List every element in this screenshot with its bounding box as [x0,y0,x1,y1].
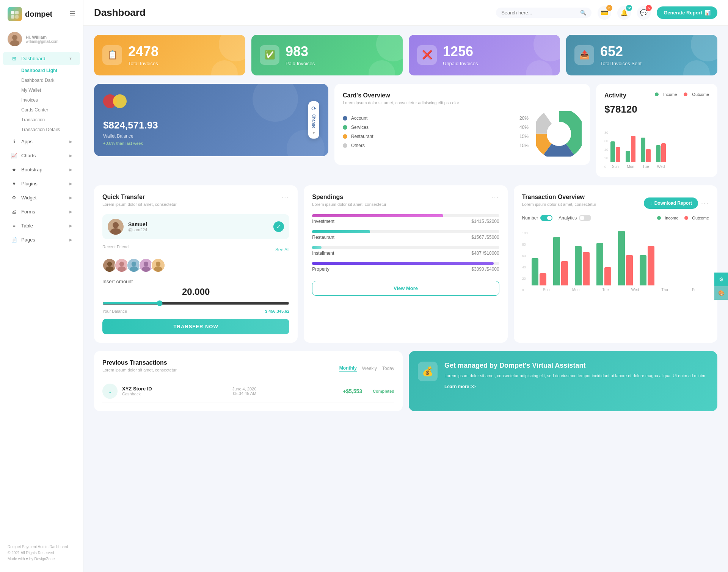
spendings-subtitle: Lorem ipsum dolor sit amet, consectetur [312,202,386,207]
nav-item-bootstrap[interactable]: ★ Bootstrap ▶ [3,163,80,176]
big-bar-wed-income [596,243,603,285]
pages-icon: 📄 [11,237,17,243]
txn-name: XYZ Store ID [122,386,152,392]
va-learn-more-link[interactable]: Learn more >> [444,384,476,389]
quick-transfer-card: Quick Transfer Lorem ipsum dolor sit ame… [94,185,298,343]
sidebar-footer: Dompet Payment Admin Dashboard © 2021 Al… [0,540,83,566]
svg-point-29 [154,266,162,271]
activity-amount: $78120 [604,103,709,115]
nav-item-charts[interactable]: 📈 Charts ▶ [3,149,80,162]
amount-slider[interactable] [102,300,289,306]
spending-property: Property $3890 /$4000 [312,262,499,272]
download-report-button[interactable]: ↓ Download Report [644,197,698,209]
nav-label-forms: Forms [21,209,35,215]
change-card-button[interactable]: ⟳ Change ▼ [308,101,319,139]
nav-item-pages[interactable]: 📄 Pages ▶ [3,233,80,246]
generate-report-button[interactable]: Generate Report 📊 [657,6,717,19]
quick-transfer-title: Quick Transfer [102,194,177,201]
star-icon: ★ [11,167,17,172]
chat-icon-btn[interactable]: 💬 5 [637,6,651,20]
tab-weekly[interactable]: Weekly [362,366,377,372]
nav-item-forms[interactable]: 🖨 Forms ▶ [3,205,80,218]
search-input[interactable] [501,10,577,16]
submenu-transaction[interactable]: Transaction [14,115,83,125]
svg-point-11 [547,122,571,146]
restaurant-amounts: $1567 /$5000 [471,235,499,240]
svg-point-20 [118,266,126,271]
nav-label-charts: Charts [21,153,36,158]
view-more-button[interactable]: View More [312,281,499,296]
svg-point-23 [130,266,138,271]
featured-contact: Samuel @sam224 ✓ [102,214,289,239]
nav-item-dashboard[interactable]: ⊞ Dashboard ▼ [3,52,80,65]
nav-label-apps: Apps [21,139,33,144]
submenu-cards-center[interactable]: Cards Center [14,105,83,115]
big-bar-sun-outcome [540,273,546,285]
bar-label-wed: Wed [656,165,666,169]
restaurant-label: Restaurant [312,235,334,240]
search-icon[interactable]: 🔍 [580,10,586,16]
submenu-transaction-details[interactable]: Transaction Details [14,125,83,135]
txn-date: June 4, 2020 [232,387,257,391]
bar-label-tue: Tue [641,165,651,169]
quick-transfer-menu-btn[interactable]: ··· [281,194,289,202]
svg-point-17 [105,266,113,271]
tab-monthly[interactable]: Monthly [339,365,357,372]
unpaid-icon: ❌ [417,45,437,65]
submenu-dashboard-light[interactable]: Dashboard Light [14,66,83,75]
svg-point-25 [144,262,149,266]
chevron-right-icon8: ▶ [69,238,72,242]
svg-point-16 [107,262,112,266]
nav-item-plugins[interactable]: ♥ Plugins ▶ [3,177,80,190]
bar-wed-outcome [661,143,666,162]
chat-badge: 5 [646,5,652,11]
outcome-legend-label: Outcome [692,92,709,97]
bar-tue-outcome [646,149,651,162]
analytics-toggle[interactable] [579,215,591,221]
prev-txn-subtitle: Lorem ipsum dolor sit amet, consectetur [102,368,177,372]
nav-item-apps[interactable]: ℹ Apps ▶ [3,135,80,148]
notification-icon-btn[interactable]: 🔔 12 [617,6,631,20]
balance-label: Your Balance [102,309,127,313]
tab-today[interactable]: Today [382,366,394,372]
contact-name: Samuel [128,221,147,227]
table-icon: ≡ [11,223,17,229]
big-bar-mon-income [553,237,560,285]
chevron-right-icon7: ▶ [69,224,72,228]
property-amounts: $3890 /$4000 [471,266,499,272]
svg-point-6 [10,40,19,46]
stat-card-unpaid-invoices: ❌ 1256 Unpaid Invoices [409,35,560,75]
overview-item-others: Others [351,143,516,148]
va-title: Get managed by Dompet's Virtual Assistan… [444,362,705,370]
paid-icon: ✅ [260,45,279,65]
transfer-now-button[interactable]: TRANSFER NOW [102,319,289,334]
friend-avatar-5[interactable] [151,258,165,273]
settings-float-btn[interactable]: ⚙ [714,273,728,286]
insert-amount-label: Insert Amount [102,279,289,284]
svg-rect-2 [11,15,14,19]
txn-cashback-icon: ↓ [102,384,118,399]
nav-item-widget[interactable]: ⚙ Widget ▶ [3,191,80,204]
number-toggle[interactable] [540,215,552,221]
refresh-icon: ⟳ [311,105,316,112]
bar-sun-income [610,141,615,162]
big-bar-mon-outcome [561,261,568,285]
bar-tue-income [641,138,645,162]
submenu-invoices[interactable]: Invoices [14,95,83,105]
spending-investment: Investment $1415 /$2000 [312,214,499,224]
nav-label-pages: Pages [21,237,35,243]
spendings-menu-btn[interactable]: ··· [491,194,499,202]
notification-badge: 12 [626,5,632,11]
prev-txn-title: Previous Transactions [102,359,177,366]
color-float-btn[interactable]: 🎨 [714,286,728,300]
submenu-my-wallet[interactable]: My Wallet [14,85,83,95]
txn-y-axis: 100 80 60 40 20 0 [522,231,528,292]
txn-overview-menu-btn[interactable]: ··· [701,199,709,207]
nav-item-table[interactable]: ≡ Table ▶ [3,219,80,232]
txn-overview-subtitle: Lorem ipsum dolor sit amet, consectetur [522,202,596,207]
submenu-dashboard-dark[interactable]: Dashboard Dark [14,75,83,85]
bar-mon-income [626,151,630,162]
see-all-link[interactable]: See All [275,247,289,252]
wallet-icon-btn[interactable]: 💳 2 [598,6,611,20]
hamburger-menu[interactable]: ☰ [69,10,75,18]
